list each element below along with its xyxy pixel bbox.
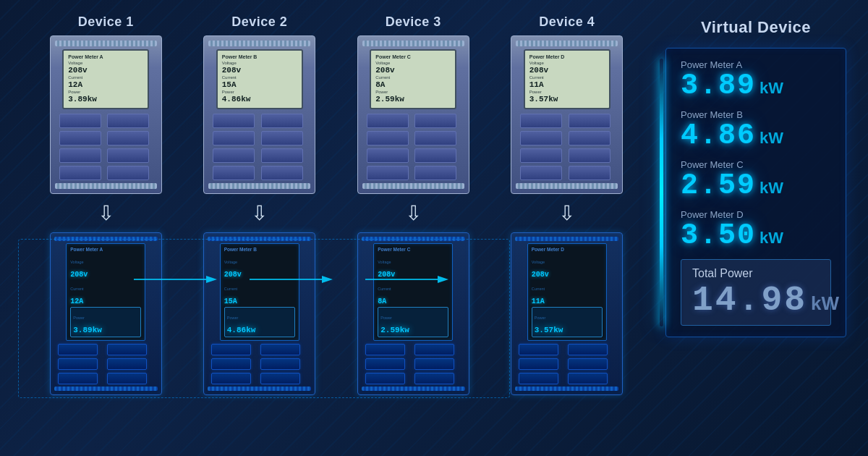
device1-btn-group-left	[59, 114, 105, 180]
svg-marker-5	[438, 276, 448, 283]
device1-power-value: 3.89kw	[68, 95, 97, 104]
device4-btn-1[interactable]	[520, 114, 562, 128]
vdevice2-bottom-stripe	[208, 387, 311, 391]
vdevice1-btn-1[interactable]	[58, 344, 98, 355]
virtual-panel: Virtual Device Power Meter A 3.89 kW Pow…	[651, 14, 854, 337]
device3-btn-group-right	[414, 114, 460, 180]
panel-meter-a-label: Power Meter A	[681, 59, 831, 70]
device2-voltage-label: Voltage	[222, 61, 237, 65]
device2-btn-5[interactable]	[261, 114, 303, 128]
device4-btn-group-right	[569, 114, 614, 180]
device3-btn-7[interactable]	[414, 148, 456, 163]
vdevice3-btn-5[interactable]	[414, 358, 454, 370]
vdevice2-current-label: Current	[224, 287, 237, 291]
physical-devices-row: Power Meter A Voltage 208v Current 12A P…	[22, 35, 651, 194]
device1-btn-5[interactable]	[107, 114, 149, 128]
device4-btn-4[interactable]	[520, 166, 562, 180]
device4-meter-name: Power Meter D	[529, 54, 605, 59]
vdevice3-btn-1[interactable]	[365, 344, 405, 355]
device4-btn-2[interactable]	[520, 131, 562, 145]
device1-btn-3[interactable]	[59, 148, 101, 163]
vdevice4-btn-group-left	[519, 344, 566, 384]
virtual-devices-row: Power Meter A Voltage 208v Current 12A P…	[22, 232, 651, 395]
vdevice2-btn-2[interactable]	[211, 358, 251, 370]
device1-current-value: 12A	[68, 80, 82, 89]
device1-btn-4[interactable]	[59, 166, 101, 180]
device1-btn-1[interactable]	[59, 114, 101, 128]
vdevice2-btn-4[interactable]	[260, 344, 300, 355]
vdevice1-btn-3[interactable]	[58, 373, 98, 384]
device3-lcd: Power Meter C Voltage 208v Current 8A Po…	[370, 49, 456, 109]
vdevice4-btn-5[interactable]	[568, 358, 608, 370]
device4-current-label: Current	[529, 75, 544, 80]
vdevice1-btn-6[interactable]	[107, 373, 147, 384]
vdevice1-btn-4[interactable]	[107, 344, 147, 355]
vdevice3-btn-2[interactable]	[365, 358, 405, 370]
device4-btn-6[interactable]	[569, 131, 610, 145]
vdevice1-btn-5[interactable]	[107, 358, 147, 370]
vdevice3-btn-3[interactable]	[365, 373, 405, 384]
device3-voltage-label: Voltage	[375, 61, 390, 65]
vdevice2-btn-3[interactable]	[211, 373, 251, 384]
vdevice4-top-stripe	[515, 237, 618, 241]
device3-btn-1[interactable]	[367, 114, 409, 128]
device2-down-arrow: ⇩	[203, 201, 315, 225]
device4-btn-5[interactable]	[569, 114, 610, 128]
vdevice4-btn-2[interactable]	[519, 358, 558, 370]
device3-btn-6[interactable]	[414, 131, 456, 145]
panel-meter-c-value-row: 2.59 kW	[681, 172, 831, 200]
device3-btn-8[interactable]	[414, 166, 456, 180]
vdevice4-power-label: Power	[535, 316, 546, 320]
device2-btn-2[interactable]	[213, 131, 255, 145]
device3-meter-name: Power Meter C	[375, 54, 451, 59]
vdevice2-btn-1[interactable]	[211, 344, 251, 355]
vdevice4-meter-name: Power Meter D	[532, 247, 603, 252]
vdevice2-power-label: Power	[227, 316, 239, 320]
device4-btn-7[interactable]	[569, 148, 610, 163]
device3-btn-3[interactable]	[367, 148, 409, 163]
vdevice4-btn-group-right	[568, 344, 615, 384]
vdevice4-btn-1[interactable]	[519, 344, 558, 355]
device4-down-arrow: ⇩	[511, 201, 623, 225]
panel-meter-c-unit: kW	[760, 179, 783, 198]
device2-label: Device 2	[202, 14, 318, 30]
device3-top-stripe	[362, 41, 464, 46]
vdevice4-btn-3[interactable]	[519, 373, 558, 384]
vdevice4-btn-4[interactable]	[568, 344, 608, 355]
panel-meter-c-row: Power Meter C 2.59 kW	[681, 159, 831, 200]
device1-btn-8[interactable]	[107, 166, 149, 180]
device2-btn-6[interactable]	[261, 131, 303, 145]
vdevice4-btn-6[interactable]	[568, 373, 608, 384]
vdevice2-btn-5[interactable]	[260, 358, 300, 370]
device2-btn-1[interactable]	[213, 114, 255, 128]
vdevice3-btn-group-right	[414, 344, 461, 384]
device3-btn-4[interactable]	[367, 166, 409, 180]
device3-voltage-value: 208v	[375, 66, 394, 75]
vdevice1-meter-name: Power Meter A	[70, 247, 141, 252]
device2-btn-8[interactable]	[261, 166, 303, 180]
device2-btn-3[interactable]	[213, 148, 255, 163]
vdevice1-btn-2[interactable]	[58, 358, 98, 370]
vdevice3-top-stripe	[362, 237, 465, 241]
panel-meter-a-unit: kW	[760, 79, 783, 98]
device1-btn-2[interactable]	[59, 131, 101, 145]
device1-btn-7[interactable]	[107, 148, 149, 163]
vdevice3-btn-4[interactable]	[414, 344, 454, 355]
vdevice3-btn-6[interactable]	[414, 373, 454, 384]
svg-marker-1	[206, 276, 217, 283]
device3-power-value: 2.59kw	[375, 95, 404, 104]
vdevice3-meter-name: Power Meter C	[378, 247, 448, 252]
device3-btn-2[interactable]	[367, 131, 409, 145]
vdevice3-lcd: Power Meter C Voltage 208v Current 8A Po…	[373, 243, 453, 341]
device2-btn-7[interactable]	[261, 148, 303, 163]
vdevice2-btn-6[interactable]	[260, 373, 300, 384]
device4-btn-group-left	[520, 114, 566, 180]
device4-voltage-label: Voltage	[529, 61, 544, 65]
device4-btn-8[interactable]	[569, 166, 610, 180]
vdevice1-voltage-label: Voltage	[70, 260, 83, 264]
device4-btn-3[interactable]	[520, 148, 562, 163]
vdevice3: Power Meter C Voltage 208v Current 8A Po…	[357, 232, 469, 395]
device3-btn-5[interactable]	[414, 114, 456, 128]
device2-btn-4[interactable]	[213, 166, 255, 180]
device1-btn-6[interactable]	[107, 131, 149, 145]
